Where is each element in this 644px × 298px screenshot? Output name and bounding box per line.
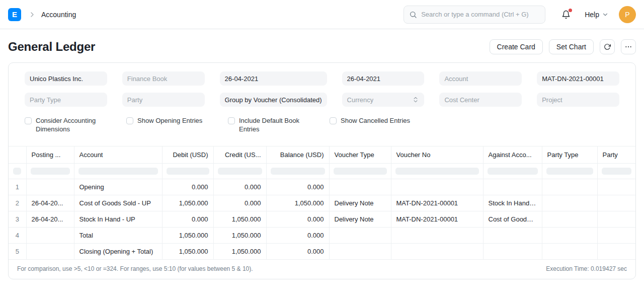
account-filter[interactable] [439,71,522,86]
filter-section: Group by Voucher (Consolidated) Currency [9,63,635,107]
cell-debit: 1,050.000 [162,195,213,211]
column-filter-input[interactable] [546,168,593,175]
column-header-index [9,146,26,163]
cell-balance: 0.000 [266,211,329,227]
consider-accounting-dimensions-checkbox[interactable]: Consider Accounting Dimensions [25,117,111,134]
cell-party-type [542,195,597,211]
cell-party [597,211,635,227]
group-by-select[interactable]: Group by Voucher (Consolidated) [220,93,327,107]
checkbox-input[interactable] [228,117,235,124]
cell-account: Cost of Goods Sold - UP [74,195,162,211]
cell-against-account [483,227,542,243]
cell-voucher-type [329,179,391,195]
cell-party [597,227,635,243]
currency-select[interactable]: Currency [342,93,425,107]
execution-time: Execution Time: 0.019427 sec [546,265,627,272]
company-filter[interactable] [25,71,107,86]
chevron-right-icon [28,11,36,19]
filter-cell [74,163,162,179]
column-filter-input[interactable] [31,168,70,175]
include-default-book-entries-checkbox[interactable]: Include Default Book Entries [228,117,314,134]
column-filter-input[interactable] [602,168,632,175]
cell-party-type [542,227,597,243]
checkbox-section: Consider Accounting Dimensions Show Open… [9,107,635,146]
column-header-party[interactable]: Party [597,146,635,163]
checkbox-input[interactable] [126,117,133,124]
voucher-no-filter[interactable] [537,71,619,86]
cost-center-filter[interactable] [439,93,522,107]
column-header-voucher-type[interactable]: Voucher Type [329,146,391,163]
party-filter[interactable] [122,93,205,107]
navbar-left: E Accounting [8,8,76,21]
cell-posting-date [26,179,74,195]
column-header-voucher-no[interactable]: Voucher No [391,146,483,163]
checkbox-label: Include Default Book Entries [239,117,314,134]
project-filter[interactable] [537,93,619,107]
checkbox-input[interactable] [25,117,32,124]
row-index: 4 [9,227,26,243]
column-filter-input[interactable] [395,168,479,175]
cell-credit: 0.000 [213,179,266,195]
cell-party [597,243,635,259]
cell-account: Total [74,227,162,243]
cell-balance: 0.000 [266,179,329,195]
column-header-posting-date[interactable]: Posting ... [26,146,74,163]
column-filter-input[interactable] [13,168,21,175]
cell-party-type [542,243,597,259]
filter-cell [162,163,213,179]
column-filter-input[interactable] [167,168,209,175]
column-header-balance[interactable]: Balance (USD) [266,146,329,163]
finance-book-filter[interactable] [122,71,205,86]
global-search[interactable] [404,6,545,24]
table-row: 2 26-04-20... Cost of Goods Sold - UP 1,… [9,195,635,211]
cell-party [597,195,635,211]
column-filter-input[interactable] [271,168,325,175]
user-avatar[interactable]: P [619,6,636,23]
table-filter-row [9,163,635,179]
cell-credit: 1,050.000 [213,211,266,227]
help-label: Help [585,11,599,19]
column-filter-input[interactable] [334,168,387,175]
more-menu-button[interactable] [621,39,636,54]
cell-account: Opening [74,179,162,195]
cell-posting-date: 26-04-20... [26,211,74,227]
column-header-against-account[interactable]: Against Acco... [483,146,542,163]
show-opening-entries-checkbox[interactable]: Show Opening Entries [126,117,213,134]
party-type-filter[interactable] [25,93,107,107]
table-row: 1 Opening 0.000 0.000 0.000 [9,179,635,195]
breadcrumb-accounting[interactable]: Accounting [41,11,76,19]
column-header-party-type[interactable]: Party Type [542,146,597,163]
refresh-button[interactable] [600,39,615,54]
row-index: 2 [9,195,26,211]
from-date-filter[interactable] [220,71,327,86]
column-filter-input[interactable] [78,168,158,175]
cell-balance: 0.000 [266,227,329,243]
column-filter-input[interactable] [488,168,538,175]
create-card-button[interactable]: Create Card [490,39,543,54]
ellipsis-icon [624,43,632,51]
row-index: 5 [9,243,26,259]
column-header-debit[interactable]: Debit (USD) [162,146,213,163]
refresh-icon [604,43,611,50]
page-head: General Ledger Create Card Set Chart [0,29,644,62]
filter-cell [329,163,391,179]
search-input[interactable] [421,11,540,18]
column-filter-input[interactable] [218,168,262,175]
app-logo[interactable]: E [8,8,21,21]
set-chart-button[interactable]: Set Chart [549,39,594,54]
checkbox-input[interactable] [330,117,337,124]
navbar: E Accounting Help P [0,0,644,29]
column-header-account[interactable]: Account [74,146,162,163]
search-icon [409,11,417,19]
to-date-filter[interactable] [342,71,425,86]
column-header-credit[interactable]: Credit (US... [213,146,266,163]
notifications-button[interactable] [561,10,571,19]
cell-voucher-no: MAT-DN-2021-00001 [391,195,483,211]
cell-posting-date [26,243,74,259]
cell-party-type [542,211,597,227]
currency-placeholder: Currency [347,96,374,104]
cell-credit: 1,050.000 [213,243,266,259]
help-menu[interactable]: Help [585,11,609,19]
row-index: 3 [9,211,26,227]
show-cancelled-entries-checkbox[interactable]: Show Cancelled Entries [330,117,416,134]
